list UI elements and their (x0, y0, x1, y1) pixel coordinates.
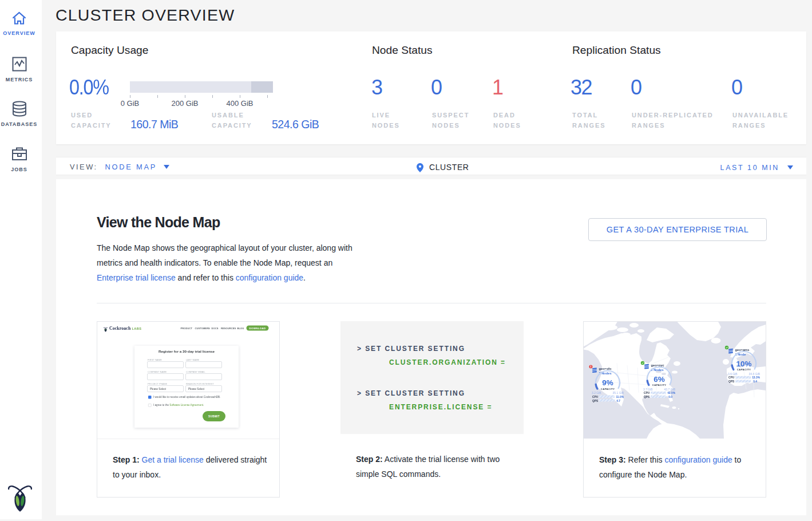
svg-text:9%: 9% (602, 378, 613, 387)
svg-text:geo=sfo: geo=sfo (599, 367, 612, 370)
svg-text:34.4 GiB: 34.4 GiB (749, 372, 760, 376)
svg-text:CAPACITY: CAPACITY (652, 384, 667, 386)
svg-text:geo=nyc: geo=nyc (651, 364, 664, 367)
svg-text:QPS: QPS (644, 396, 650, 398)
svg-text:4.7: 4.7 (616, 400, 620, 402)
svg-text:CPU: CPU (592, 396, 599, 398)
svg-text:QPS: QPS (592, 400, 599, 402)
svg-text:6%: 6% (653, 375, 665, 384)
svg-text:CPU: CPU (728, 376, 735, 379)
svg-text:0.4: 0.4 (753, 380, 757, 383)
svg-text:13.3%: 13.3% (752, 376, 760, 379)
svg-text:3.2 GiB: 3.2 GiB (592, 391, 601, 394)
svg-text:43.7 GiB: 43.7 GiB (664, 388, 676, 391)
svg-text:3.6 GiB: 3.6 GiB (728, 372, 738, 376)
svg-text:CAPACITY: CAPACITY (737, 368, 751, 371)
svg-text:QPS: QPS (728, 380, 735, 383)
svg-text:35.1 GiB: 35.1 GiB (613, 391, 624, 394)
svg-text:42.5%: 42.5% (667, 392, 676, 394)
svg-text:10%: 10% (736, 360, 751, 368)
svg-text:CPU: CPU (644, 392, 650, 394)
svg-text:3.7 GiB: 3.7 GiB (643, 388, 653, 391)
svg-text:CAPACITY: CAPACITY (601, 388, 615, 390)
svg-text:geo=ams: geo=ams (735, 348, 750, 352)
svg-text:0.0: 0.0 (668, 396, 672, 398)
svg-text:11.0%: 11.0% (616, 396, 624, 398)
